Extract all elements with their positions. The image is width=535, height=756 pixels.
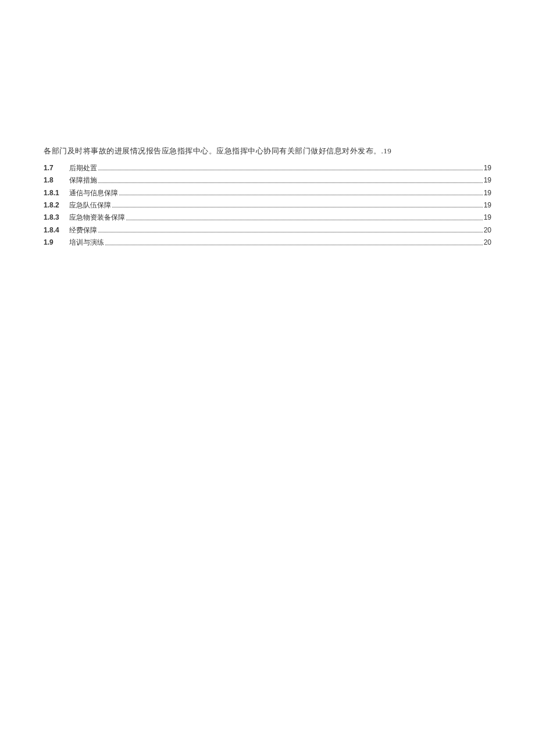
toc-page-number: 20 (484, 237, 491, 248)
toc-number: 1.7 (44, 162, 69, 174)
toc-number: 1.8.2 (44, 199, 69, 211)
toc-title: 通信与信息保障 (69, 187, 118, 199)
intro-paragraph: 各部门及时将事故的进展情况报告应急指挥中心。应急指挥中心协同有关部门做好信息对外… (44, 145, 491, 157)
toc-title: 应急物资装备保障 (69, 212, 125, 223)
toc-leader-dots (105, 245, 483, 245)
toc-entry: 1.8.2 应急队伍保障 19 (44, 199, 491, 211)
toc-leader-dots (126, 220, 483, 220)
toc-page-number: 19 (484, 187, 491, 199)
toc-page-number: 19 (484, 199, 491, 211)
toc-title: 应急队伍保障 (69, 199, 111, 211)
toc-page-number: 19 (484, 212, 491, 223)
toc-entry: 1.8.3 应急物资装备保障 19 (44, 212, 491, 223)
toc-entry: 1.7 后期处置 19 (44, 162, 491, 174)
toc-page-number: 19 (484, 174, 491, 186)
toc-entry: 1.9 培训与演练 20 (44, 237, 491, 248)
toc-title: 保障措施 (69, 174, 97, 186)
toc-leader-dots (98, 170, 483, 170)
toc-number: 1.8 (44, 174, 69, 186)
toc-page-number: 19 (484, 162, 491, 174)
toc-leader-dots (98, 232, 483, 232)
toc-title: 后期处置 (69, 162, 97, 174)
toc-title: 培训与演练 (69, 237, 104, 248)
toc-entry: 1.8.1 通信与信息保障 19 (44, 187, 491, 199)
toc-leader-dots (112, 207, 483, 207)
document-page: 各部门及时将事故的进展情况报告应急指挥中心。应急指挥中心协同有关部门做好信息对外… (0, 0, 535, 249)
toc-entry: 1.8.4 经费保障 20 (44, 224, 491, 236)
toc-number: 1.8.4 (44, 224, 69, 236)
toc-number: 1.8.3 (44, 212, 69, 223)
toc-entry: 1.8 保障措施 19 (44, 174, 491, 186)
toc-number: 1.8.1 (44, 187, 69, 199)
toc-title: 经费保障 (69, 224, 97, 236)
toc-leader-dots (119, 195, 483, 195)
toc-page-number: 20 (484, 224, 491, 236)
toc-number: 1.9 (44, 237, 69, 248)
table-of-contents: 1.7 后期处置 19 1.8 保障措施 19 1.8.1 通信与信息保障 19… (44, 162, 491, 249)
toc-leader-dots (98, 182, 483, 183)
